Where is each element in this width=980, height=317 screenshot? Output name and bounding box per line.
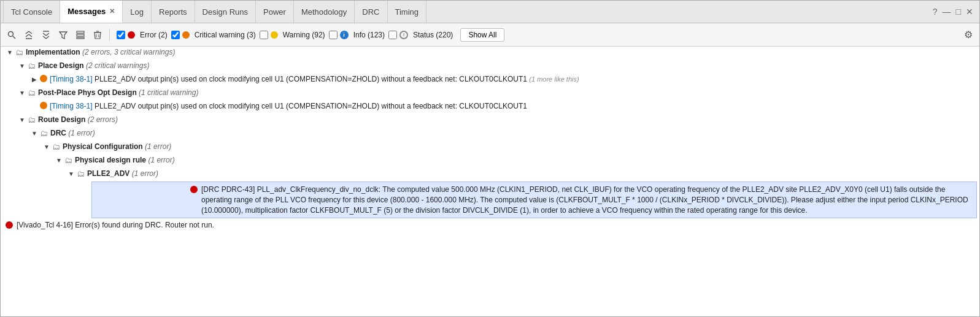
filter-error[interactable]: Error (2): [117, 31, 168, 39]
filter-warning[interactable]: Warning (92): [260, 31, 325, 39]
place-design-folder-icon: 🗂: [28, 61, 36, 71]
tree-row-plle2-adv[interactable]: ▼ 🗂 PLLE2_ADV (1 error): [1, 168, 979, 181]
tab-drc[interactable]: DRC: [355, 1, 387, 23]
error-checkbox[interactable]: [117, 31, 125, 39]
clear-button[interactable]: [90, 28, 105, 42]
error-block-drc-pdrc-43[interactable]: [DRC PDRC-43] PLL_adv_ClkFrequency_div_n…: [91, 181, 977, 218]
clear-icon: [93, 31, 102, 39]
status-text-vivado-tcl: [Vivado_Tcl 4-16] Error(s) found during …: [17, 221, 214, 229]
expand-all-icon: [42, 31, 50, 39]
warning-checkbox[interactable]: [260, 31, 268, 39]
status-filter-label[interactable]: Status (220): [413, 31, 453, 39]
filter-icon: [59, 31, 68, 39]
plle2-adv-label: PLLE2_ADV (1 error): [87, 169, 158, 178]
error-dot-icon: [128, 31, 135, 39]
settings-button[interactable]: ⚙: [961, 28, 976, 42]
tree-row-physical-design-rule[interactable]: ▼ 🗂 Physical design rule (1 error): [1, 155, 979, 168]
critical-warning-checkbox[interactable]: [171, 31, 180, 39]
drc-label: DRC (1 error): [50, 129, 95, 137]
tab-bar: Tcl Console Messages ✕ Log Reports Desig…: [1, 1, 979, 23]
tree-row-physical-config[interactable]: ▼ 🗂 Physical Configuration (1 error): [1, 141, 979, 155]
close-icon[interactable]: ✕: [966, 7, 973, 17]
maximize-icon[interactable]: □: [956, 7, 961, 17]
physical-config-label: Physical Configuration (1 error): [63, 142, 171, 151]
collapse-all-icon: [25, 31, 33, 39]
warning-dot-icon: [271, 31, 278, 39]
filter-info[interactable]: i Info (123): [329, 31, 385, 39]
message-panel[interactable]: ▼ 🗂 Implementation (2 errors, 3 critical…: [1, 47, 979, 316]
svg-point-0: [9, 31, 14, 36]
timing-38-1-post-link[interactable]: [Timing 38-1]: [50, 102, 93, 110]
critical-warning-filter-label[interactable]: Critical warning (3): [195, 31, 256, 39]
info-filter-label[interactable]: Info (123): [353, 31, 385, 39]
route-design-folder-icon: 🗂: [28, 115, 36, 124]
info-checkbox[interactable]: [329, 31, 338, 39]
filter-button[interactable]: [56, 28, 71, 42]
tab-log[interactable]: Log: [123, 1, 152, 23]
expand-plle2-adv-arrow[interactable]: ▼: [67, 169, 75, 178]
timing-38-1-place-label: [Timing 38-1] PLLE2_ADV output pin(s) us…: [50, 75, 579, 83]
svg-marker-12: [60, 32, 67, 39]
status-dot-icon: i: [399, 31, 408, 39]
svg-line-9: [43, 33, 46, 36]
expand-timing-place-arrow[interactable]: ▶: [30, 75, 39, 83]
svg-line-7: [43, 36, 46, 39]
physical-design-rule-folder-icon: 🗂: [64, 156, 72, 165]
info-dot-icon: i: [340, 31, 349, 39]
timing-38-1-place-link[interactable]: [Timing 38-1]: [50, 75, 93, 83]
post-place-label: Post-Place Phys Opt Design (1 critical w…: [38, 88, 198, 97]
status-checkbox[interactable]: [388, 31, 397, 39]
filter-status[interactable]: i Status (220): [388, 31, 453, 39]
tree-row-place-design[interactable]: ▼ 🗂 Place Design (2 critical warnings): [1, 60, 979, 74]
panel-button[interactable]: [73, 28, 88, 42]
implementation-label: Implementation (2 errors, 3 critical war…: [26, 48, 175, 56]
warning-filter-label[interactable]: Warning (92): [283, 31, 325, 39]
svg-line-8: [46, 36, 49, 39]
route-design-label: Route Design (2 errors): [38, 115, 118, 124]
error-filter-label[interactable]: Error (2): [140, 31, 168, 39]
expand-post-place-arrow[interactable]: ▼: [18, 88, 26, 97]
close-messages-tab[interactable]: ✕: [109, 7, 115, 15]
expand-implementation-arrow[interactable]: ▼: [6, 48, 14, 56]
tab-messages[interactable]: Messages ✕: [60, 1, 123, 23]
tab-methodology[interactable]: Methodology: [294, 1, 355, 23]
tab-timing[interactable]: Timing: [388, 1, 427, 23]
toolbar-separator-1: [109, 29, 110, 41]
expand-physical-config-arrow[interactable]: ▼: [42, 142, 51, 151]
tree-row-drc[interactable]: ▼ 🗂 DRC (1 error): [1, 128, 979, 141]
expand-route-design-arrow[interactable]: ▼: [18, 115, 26, 124]
place-design-label: Place Design (2 critical warnings): [38, 61, 149, 70]
tree-row-post-place[interactable]: ▼ 🗂 Post-Place Phys Opt Design (1 critic…: [1, 87, 979, 101]
svg-line-3: [29, 31, 32, 34]
expand-place-design-arrow[interactable]: ▼: [18, 61, 26, 70]
filter-critical-warning[interactable]: Critical warning (3): [171, 31, 256, 39]
tree-row-timing-38-1-post[interactable]: [Timing 38-1] PLLE2_ADV output pin(s) us…: [1, 101, 979, 114]
error-dot-status: [6, 221, 13, 229]
tree-row-route-design[interactable]: ▼ 🗂 Route Design (2 errors): [1, 114, 979, 128]
critical-warning-icon-post: [40, 102, 47, 109]
post-place-folder-icon: 🗂: [28, 88, 36, 97]
help-icon[interactable]: ?: [933, 7, 938, 17]
toolbar: Error (2) Critical warning (3) Warning (…: [1, 23, 979, 47]
svg-rect-15: [77, 37, 84, 39]
status-row-vivado-tcl[interactable]: [Vivado_Tcl 4-16] Error(s) found during …: [1, 220, 979, 231]
critical-warning-dot-icon: [182, 31, 190, 39]
expand-drc-arrow[interactable]: ▼: [30, 129, 39, 137]
expand-all-button[interactable]: [39, 28, 53, 42]
minimize-icon[interactable]: —: [943, 7, 951, 17]
show-all-button[interactable]: Show All: [460, 28, 504, 42]
svg-line-5: [29, 34, 32, 37]
tab-design-runs[interactable]: Design Runs: [195, 1, 256, 23]
collapse-all-button[interactable]: [21, 28, 36, 42]
expand-physical-design-rule-arrow[interactable]: ▼: [55, 156, 63, 164]
physical-design-rule-label: Physical design rule (1 error): [75, 156, 175, 164]
critical-warning-icon-place: [40, 75, 47, 82]
tab-tcl-console[interactable]: Tcl Console: [3, 1, 60, 23]
svg-line-4: [26, 34, 29, 37]
svg-line-2: [26, 31, 29, 34]
search-button[interactable]: [4, 28, 19, 42]
tab-power[interactable]: Power: [256, 1, 294, 23]
tree-row-timing-38-1-place[interactable]: ▶ [Timing 38-1] PLLE2_ADV output pin(s) …: [1, 74, 979, 87]
tree-row-implementation[interactable]: ▼ 🗂 Implementation (2 errors, 3 critical…: [1, 47, 979, 60]
tab-reports[interactable]: Reports: [152, 1, 195, 23]
